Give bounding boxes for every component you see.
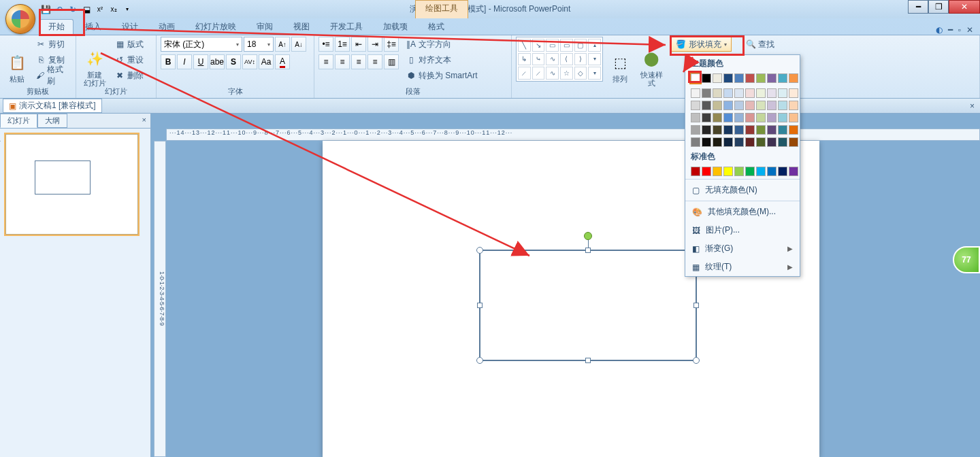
shape-brace2[interactable]: ⟩ [574, 53, 587, 66]
shape-line[interactable]: ╲ [518, 39, 531, 52]
color-swatch[interactable] [713, 167, 722, 176]
tab-review[interactable]: 审阅 [248, 19, 282, 35]
font-size-combo[interactable]: 18▾ [244, 37, 274, 52]
color-swatch[interactable] [767, 88, 777, 98]
color-swatch[interactable] [767, 73, 777, 83]
color-swatch[interactable] [756, 101, 766, 110]
color-swatch[interactable] [723, 125, 733, 135]
qat-item-2[interactable]: x² [94, 3, 106, 16]
color-swatch[interactable] [745, 101, 755, 110]
align-center-button[interactable]: ≡ [335, 54, 350, 69]
color-swatch[interactable] [734, 113, 744, 122]
delete-slide-button[interactable]: ✖删除 [112, 68, 146, 83]
document-tab[interactable]: ▣ 演示文稿1 [兼容模式] [3, 99, 102, 113]
justify-button[interactable]: ≡ [368, 54, 382, 69]
color-swatch[interactable] [691, 73, 700, 83]
shape-arrow[interactable]: ↘ [532, 39, 545, 52]
tab-addins[interactable]: 加载项 [374, 19, 416, 35]
ribbon-restore-icon[interactable]: ▫ [958, 25, 961, 35]
color-swatch[interactable] [745, 167, 755, 176]
line-spacing-button[interactable]: ‡≡ [384, 37, 399, 52]
color-swatch[interactable] [691, 88, 700, 98]
align-right-button[interactable]: ≡ [351, 54, 366, 69]
color-swatch[interactable] [713, 101, 722, 110]
shapes-gallery[interactable]: ╲ ↘ ▭ ▭ ▢ ▴ ↳ ⤷ ∿ ⟨ ⟩ ▾ ⟋ ⟋ ∿ ☆ ◇ ▾ [516, 37, 603, 82]
color-swatch[interactable] [789, 73, 798, 83]
color-swatch[interactable] [778, 88, 787, 98]
change-case-button[interactable]: Aa [259, 54, 274, 69]
resize-handle-nw[interactable] [476, 247, 483, 254]
color-swatch[interactable] [756, 167, 766, 176]
color-swatch[interactable] [778, 73, 787, 83]
numbering-button[interactable]: 1≡ [335, 37, 350, 52]
rotation-handle[interactable] [584, 232, 592, 240]
resize-handle-s[interactable] [585, 358, 591, 363]
shape-connector2[interactable]: ⤷ [532, 53, 545, 66]
align-left-button[interactable]: ≡ [318, 54, 333, 69]
shape-brace[interactable]: ⟨ [560, 53, 573, 66]
indent-inc-button[interactable]: ⇥ [368, 37, 382, 52]
resize-handle-w[interactable] [477, 303, 483, 308]
shapes-row-down-icon[interactable]: ▾ [588, 53, 601, 66]
color-swatch[interactable] [756, 137, 766, 147]
shrink-font-button[interactable]: A↓ [291, 37, 306, 52]
strikethrough-button[interactable]: abe [210, 54, 225, 69]
close-button[interactable]: ✕ [949, 0, 980, 14]
convert-smartart-button[interactable]: ⬢转换为 SmartArt [403, 68, 480, 83]
color-swatch[interactable] [691, 101, 700, 110]
color-swatch[interactable] [702, 167, 711, 176]
floating-badge[interactable]: 77 [953, 246, 980, 273]
side-tab-outline[interactable]: 大纲 [37, 114, 67, 128]
document-tabs-close-icon[interactable]: × [970, 101, 975, 111]
tab-format[interactable]: 格式 [419, 19, 453, 35]
text-direction-button[interactable]: ‖A文字方向 [403, 37, 480, 52]
color-swatch[interactable] [745, 125, 755, 135]
find-button[interactable]: 🔍查找 [742, 37, 777, 52]
color-swatch[interactable] [702, 113, 711, 122]
qat-item-3[interactable]: x₂ [108, 3, 120, 16]
color-swatch[interactable] [734, 167, 744, 176]
indent-dec-button[interactable]: ⇤ [351, 37, 366, 52]
resize-handle-se[interactable] [693, 357, 700, 364]
tab-design[interactable]: 设计 [113, 19, 147, 35]
qat-item-1[interactable]: ⬓ [80, 3, 93, 16]
color-swatch[interactable] [745, 88, 755, 98]
color-swatch[interactable] [691, 125, 700, 135]
tab-insert[interactable]: 插入 [76, 19, 110, 35]
gradient-fill-option[interactable]: ◧渐变(G)▶ [685, 239, 800, 258]
side-panel-close-icon[interactable]: × [142, 116, 146, 124]
color-swatch[interactable] [767, 125, 777, 135]
color-swatch[interactable] [713, 125, 722, 135]
maximize-button[interactable]: ❐ [928, 0, 949, 14]
grow-font-button[interactable]: A↑ [275, 37, 290, 52]
color-swatch[interactable] [756, 73, 766, 83]
color-swatch[interactable] [734, 73, 744, 83]
shape-fill-button[interactable]: 🪣 形状填充 ▾ [671, 37, 732, 52]
color-swatch[interactable] [789, 101, 798, 110]
color-swatch[interactable] [702, 125, 711, 135]
color-swatch[interactable] [778, 167, 787, 176]
layout-button[interactable]: ▦版式 [112, 37, 146, 52]
shape-freeform[interactable]: ⟋ [518, 67, 531, 80]
more-colors-option[interactable]: 🎨其他填充颜色(M)... [685, 203, 800, 221]
char-spacing-button[interactable]: AV↕ [242, 54, 257, 69]
color-swatch[interactable] [734, 125, 744, 135]
shape-connector[interactable]: ↳ [518, 53, 531, 66]
color-swatch[interactable] [691, 167, 700, 176]
color-swatch[interactable] [723, 73, 733, 83]
color-swatch[interactable] [691, 137, 700, 147]
shape-curve[interactable]: ∿ [546, 53, 559, 66]
cut-button[interactable]: ✂剪切 [33, 37, 71, 52]
tab-home[interactable]: 开始 [39, 19, 74, 35]
color-swatch[interactable] [745, 73, 755, 83]
color-swatch[interactable] [723, 88, 733, 98]
shape-rect2[interactable]: ▭ [560, 39, 573, 52]
color-swatch[interactable] [713, 73, 722, 83]
color-swatch[interactable] [767, 167, 777, 176]
resize-handle-sw[interactable] [476, 357, 483, 364]
color-swatch[interactable] [789, 167, 798, 176]
color-swatch[interactable] [702, 137, 711, 147]
color-swatch[interactable] [734, 88, 744, 98]
color-swatch[interactable] [745, 113, 755, 122]
color-swatch[interactable] [778, 113, 787, 122]
